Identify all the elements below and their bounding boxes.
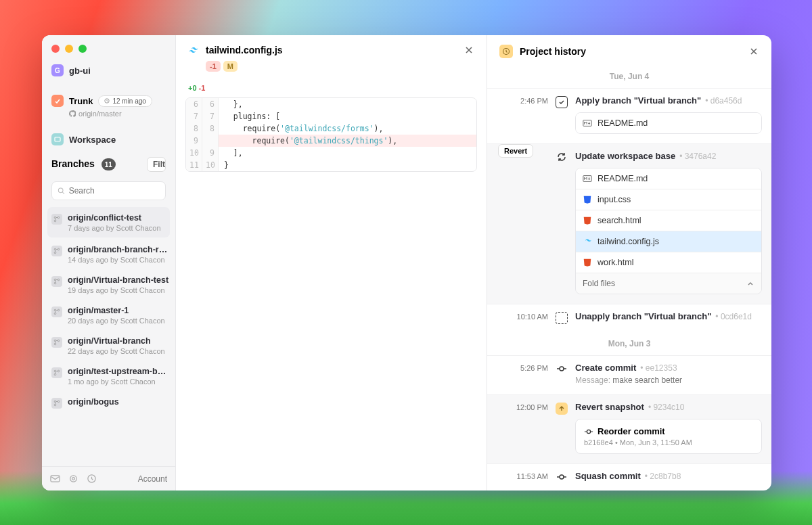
project-name: gb-ui xyxy=(69,66,91,76)
history-item[interactable]: 12:00 PM Revert snapshot • 9234c10 Reord… xyxy=(487,394,771,463)
svg-point-15 xyxy=(54,340,56,342)
branch-name: origin/test-upstream-branch… xyxy=(68,367,169,376)
nested-snapshot[interactable]: Reorder commit b2168e4 • Mon, Jun 3, 11:… xyxy=(575,419,762,454)
branch-item[interactable]: origin/conflict-test 7 days ago by Scott… xyxy=(47,207,170,237)
svg-point-6 xyxy=(54,248,56,250)
commit-icon xyxy=(556,472,567,482)
trunk-label: Trunk xyxy=(69,96,93,106)
sidebar: G gb-ui Trunk 12 min ago origin/master xyxy=(42,35,176,490)
branch-icon xyxy=(51,246,62,256)
branch-item[interactable]: origin/branch-branch-resour… 14 days ago… xyxy=(42,239,175,269)
sidebar-footer: Account xyxy=(42,466,175,490)
minimize-window-button[interactable] xyxy=(65,45,73,53)
svg-point-13 xyxy=(54,313,56,315)
branch-search-input[interactable] xyxy=(69,186,160,196)
svg-point-31 xyxy=(560,367,564,371)
close-history-button[interactable] xyxy=(748,46,759,57)
code-line: 1110} xyxy=(186,159,476,171)
history-item[interactable]: 2:46 PM Apply branch "Virtual branch" • … xyxy=(487,88,771,143)
history-file[interactable]: README.md xyxy=(576,113,761,133)
diff-counts: +0 -1 xyxy=(176,78,487,95)
close-window-button[interactable] xyxy=(51,45,60,53)
chip-modified: M xyxy=(223,61,238,72)
history-item-icon xyxy=(554,402,570,454)
branch-search[interactable] xyxy=(51,181,166,200)
history-item[interactable]: 10:10 AM Unapply branch "Virtual branch"… xyxy=(487,304,771,334)
branch-item[interactable]: origin/Virtual-branch-test 19 days ago b… xyxy=(42,269,175,300)
close-diff-button[interactable] xyxy=(464,45,474,55)
svg-point-32 xyxy=(587,430,590,433)
history-item[interactable]: 11:53 AM Squash commit • 2c8b7b8 xyxy=(487,463,771,490)
diff-file-title: tailwind.config.js xyxy=(206,45,457,55)
trunk-row[interactable]: Trunk 12 min ago xyxy=(42,89,175,108)
svg-point-22 xyxy=(54,404,56,406)
history-item-icon xyxy=(554,151,570,294)
app-window: G gb-ui Trunk 12 min ago origin/master xyxy=(42,35,771,490)
tailwind-icon xyxy=(188,45,199,55)
svg-point-5 xyxy=(58,216,60,219)
workspace-label: Workspace xyxy=(69,135,116,145)
mail-icon[interactable] xyxy=(50,474,60,484)
branch-meta: 19 days ago by Scott Chacon xyxy=(68,286,168,294)
history-file[interactable]: input.css xyxy=(576,189,761,210)
maximize-window-button[interactable] xyxy=(78,45,87,53)
svg-point-25 xyxy=(70,476,76,482)
diff-panel: tailwind.config.js -1 M +0 -1 66 },77 pl… xyxy=(176,35,487,490)
svg-point-17 xyxy=(58,340,60,342)
search-icon xyxy=(58,187,65,195)
history-item[interactable]: Update workspace base • 3476a42README.md… xyxy=(487,143,771,304)
trunk-remote: origin/master xyxy=(42,108,175,124)
svg-point-2 xyxy=(58,188,63,193)
branch-list: origin/conflict-test 7 days ago by Scott… xyxy=(42,206,175,466)
history-file[interactable]: tailwind.config.js xyxy=(576,231,761,252)
branch-name: origin/conflict-test xyxy=(68,213,161,223)
code-line: 77 plugins: [ xyxy=(186,110,476,122)
branch-meta: 1 mo ago by Scott Chacon xyxy=(68,378,169,386)
svg-point-3 xyxy=(54,216,56,219)
svg-rect-1 xyxy=(55,137,60,141)
svg-point-33 xyxy=(560,475,564,479)
github-icon xyxy=(69,110,76,117)
history-date-header: Tue, Jun 4 xyxy=(487,66,771,88)
window-controls xyxy=(42,35,175,60)
history-file[interactable]: README.md xyxy=(576,168,761,189)
history-time: 12:00 PM xyxy=(497,402,548,454)
fold-files-button[interactable]: Fold files xyxy=(576,273,761,294)
history-icon[interactable] xyxy=(87,474,97,484)
svg-point-20 xyxy=(58,370,60,372)
branch-name: origin/bogus xyxy=(68,397,119,407)
history-file[interactable]: work.html xyxy=(576,252,761,273)
code-line: 9 require('@tailwindcss/things'), xyxy=(186,135,476,147)
workspace-row[interactable]: Workspace xyxy=(42,129,175,150)
svg-point-9 xyxy=(54,279,56,281)
branches-header: Branches 11 Filter xyxy=(42,150,175,179)
branch-name: origin/Virtual-branch xyxy=(68,336,165,346)
branch-item[interactable]: origin/bogus xyxy=(42,391,175,414)
branch-item[interactable]: origin/master-1 20 days ago by Scott Cha… xyxy=(42,300,175,330)
diff-code: 66 },77 plugins: [88 require('@tailwindc… xyxy=(185,97,477,172)
branch-item[interactable]: origin/test-upstream-branch… 1 mo ago by… xyxy=(42,361,175,391)
filter-button[interactable]: Filter xyxy=(147,157,166,172)
history-file[interactable]: search.html xyxy=(576,210,761,231)
branch-name: origin/master-1 xyxy=(68,306,165,315)
history-panel-icon xyxy=(499,45,513,58)
branches-count: 11 xyxy=(102,158,116,170)
history-title: Project history xyxy=(520,46,742,57)
history-item[interactable]: 5:26 PM Create commit • ee12353Message: … xyxy=(487,355,771,394)
branch-name: origin/Virtual-branch-test xyxy=(68,275,168,285)
svg-rect-24 xyxy=(51,476,60,482)
account-link[interactable]: Account xyxy=(138,474,167,484)
branch-item[interactable]: origin/Virtual-branch 22 days ago by Sco… xyxy=(42,330,175,361)
code-line: 88 require('@tailwindcss/forms'), xyxy=(186,122,476,135)
clock-icon xyxy=(104,98,110,104)
svg-point-14 xyxy=(58,309,60,311)
gear-icon[interactable] xyxy=(68,474,78,484)
history-time: 11:53 AM xyxy=(497,471,548,482)
history-list[interactable]: Tue, Jun 42:46 PM Apply branch "Virtual … xyxy=(487,66,771,490)
chip-deletions: -1 xyxy=(206,61,221,72)
project-selector[interactable]: G gb-ui xyxy=(42,60,175,81)
branch-icon xyxy=(51,337,62,348)
history-date-header: Mon, Jun 3 xyxy=(487,334,771,355)
revert-button[interactable]: Revert xyxy=(498,144,533,158)
branch-icon xyxy=(51,306,62,317)
